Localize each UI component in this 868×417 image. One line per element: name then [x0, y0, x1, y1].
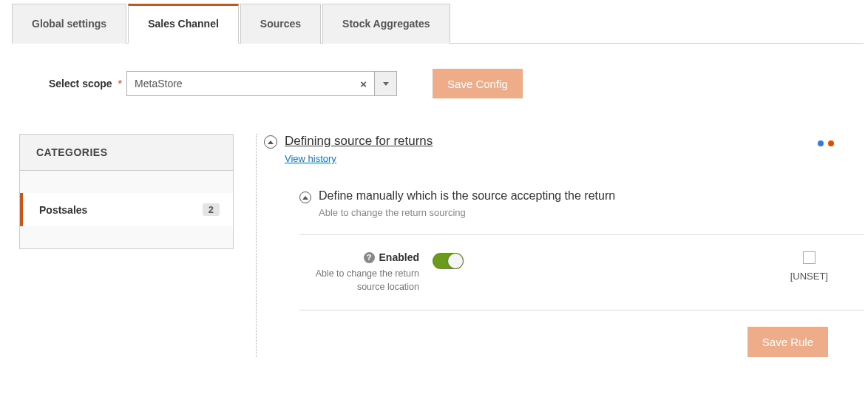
tab-sources[interactable]: Sources: [240, 4, 321, 44]
subsection-collapse-icon[interactable]: [299, 191, 311, 203]
tab-stock-aggregates[interactable]: Stock Aggregates: [322, 4, 450, 44]
collapse-toggle-icon[interactable]: [264, 135, 277, 149]
unset-label: [UNSET]: [790, 271, 828, 282]
toggle-knob-icon: [448, 254, 463, 268]
chevron-up-icon: [268, 140, 274, 144]
enabled-help-text: Able to change the return source locatio…: [299, 268, 419, 294]
categories-header: CATEGORIES: [20, 135, 233, 171]
subsection-title: Define manually which is the source acce…: [319, 189, 615, 203]
unset-checkbox[interactable]: [803, 251, 816, 264]
status-dot-blue-icon: [818, 140, 824, 146]
clear-icon[interactable]: ×: [360, 78, 367, 90]
tab-global-settings[interactable]: Global settings: [12, 4, 126, 44]
save-config-button[interactable]: Save Config: [433, 69, 523, 98]
tab-sales-channel[interactable]: Sales Channel: [128, 4, 239, 44]
section-title[interactable]: Defining source for returns: [285, 134, 433, 149]
status-dots: [816, 137, 834, 149]
tabs-bar: Global settings Sales Channel Sources St…: [12, 3, 864, 44]
category-label: Postsales: [39, 204, 87, 216]
scope-value: MetaStore: [135, 78, 183, 89]
required-star-icon: *: [118, 78, 122, 89]
caret-down-icon: [383, 82, 389, 86]
scope-label: Select scope: [49, 78, 112, 89]
chevron-up-icon: [302, 196, 308, 200]
view-history-link[interactable]: View history: [285, 153, 336, 164]
enabled-label: Enabled: [379, 251, 419, 263]
scope-dropdown-button[interactable]: [375, 71, 397, 96]
divider: [299, 234, 864, 235]
enabled-toggle[interactable]: [433, 253, 464, 269]
status-dot-orange-icon: [828, 140, 834, 146]
categories-panel: CATEGORIES Postsales 2: [19, 134, 234, 249]
divider: [299, 310, 864, 311]
subsection-description: Able to change the return sourcing: [319, 207, 615, 218]
scope-row: Select scope * MetaStore × Save Config: [49, 69, 864, 98]
save-rule-button[interactable]: Save Rule: [747, 327, 828, 357]
category-count-badge: 2: [203, 203, 220, 216]
help-icon[interactable]: ?: [364, 252, 375, 263]
scope-input[interactable]: MetaStore ×: [126, 71, 375, 96]
category-item-postsales[interactable]: Postsales 2: [20, 193, 233, 226]
scope-combobox[interactable]: MetaStore ×: [126, 71, 397, 96]
